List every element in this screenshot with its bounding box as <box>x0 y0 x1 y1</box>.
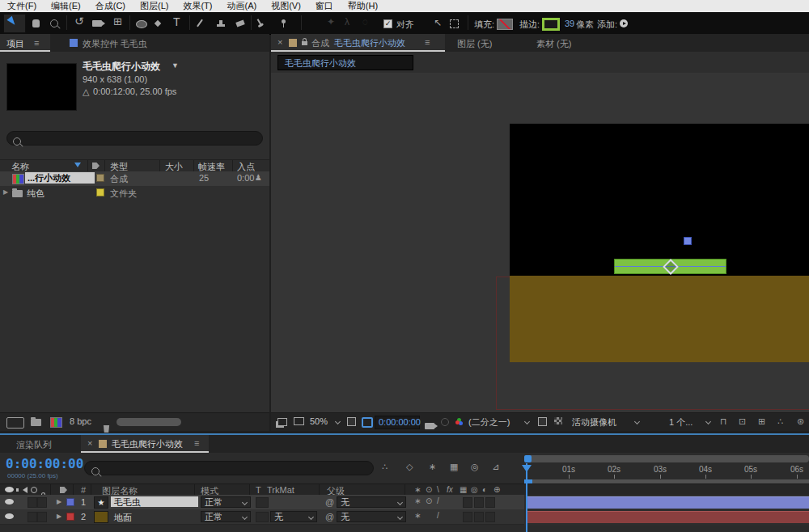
shy-switch-icon[interactable]: ∗ <box>414 496 421 505</box>
ground-layer[interactable] <box>510 276 809 362</box>
comp-thumbnail[interactable] <box>6 63 77 111</box>
stroke-width-value[interactable]: 39 <box>565 19 574 28</box>
visibility-eye-icon[interactable] <box>5 499 14 505</box>
fast-previews-icon[interactable]: ⊡ <box>739 416 746 427</box>
comp-mini-tab[interactable]: 毛毛虫爬行小动效 <box>277 55 413 70</box>
comp-timecode-box[interactable]: 0:00:00:00 <box>375 416 420 429</box>
shy-switch-icon[interactable]: ∗ <box>414 485 421 494</box>
tab-composition[interactable]: × 合成 毛毛虫爬行小动效 ≡ <box>271 34 445 52</box>
label-color-swatch[interactable] <box>96 188 104 196</box>
new-folder-icon[interactable] <box>31 419 41 426</box>
always-preview-icon[interactable] <box>277 418 287 426</box>
comp-row-name[interactable]: ...行小动效 <box>25 172 95 184</box>
shy-layers-icon[interactable]: ∗ <box>429 462 436 472</box>
pen-tool-button[interactable] <box>155 16 160 26</box>
panel-menu-icon[interactable]: ≡ <box>425 37 430 47</box>
timeline-button-icon[interactable]: ⊞ <box>758 416 765 427</box>
close-icon[interactable]: × <box>277 37 282 47</box>
project-search-input[interactable] <box>6 131 263 146</box>
label-color-swatch[interactable] <box>96 174 104 182</box>
tab-layer[interactable]: 图层 (无) <box>457 38 492 50</box>
quality-switch-icon[interactable]: \ <box>437 485 439 494</box>
playhead-head[interactable] <box>522 465 532 472</box>
timeline-search-input[interactable] <box>84 461 374 475</box>
menu-effect[interactable]: 效果(T) <box>176 0 219 12</box>
playhead-line[interactable] <box>526 463 527 532</box>
transparency-grid-icon[interactable] <box>554 417 562 424</box>
menu-window[interactable]: 窗口 <box>308 0 341 12</box>
expand-triangle-icon[interactable]: ▶ <box>3 188 8 196</box>
effects-switch-icon[interactable]: fx <box>447 485 453 494</box>
expand-triangle-icon[interactable]: ▶ <box>57 498 61 505</box>
snapshot-icon[interactable] <box>425 423 434 429</box>
fill-color-swatch[interactable] <box>497 16 513 30</box>
rotate-tool-button[interactable]: ↺ <box>74 15 84 27</box>
menu-layer[interactable]: 图层(L) <box>133 0 176 12</box>
comp-name[interactable]: 毛毛虫爬行小动效 <box>83 60 160 74</box>
motion-blur-switch-icon[interactable]: ◎ <box>471 485 478 494</box>
draft-3d-icon[interactable]: ◇ <box>406 462 413 472</box>
graph-editor-icon[interactable]: ⊿ <box>492 462 499 472</box>
navigator-handle[interactable] <box>524 455 532 462</box>
comp-name-dropdown-icon[interactable]: ▼ <box>172 61 179 70</box>
tab-render-queue[interactable]: 渲染队列 <box>16 439 52 451</box>
close-icon[interactable]: × <box>87 438 92 448</box>
layer-2-duration-bar[interactable] <box>526 511 809 523</box>
frame-blend-switch-icon[interactable]: ▦ <box>460 485 467 494</box>
selection-tool-button[interactable] <box>3 14 26 33</box>
trash-icon[interactable] <box>103 425 110 433</box>
menu-composition[interactable]: 合成(C) <box>88 0 133 12</box>
layer-name-selected[interactable]: 毛毛虫 <box>111 496 198 507</box>
column-number[interactable]: # <box>81 485 86 495</box>
expand-triangle-icon[interactable]: ▶ <box>57 513 61 520</box>
mask-visibility-icon[interactable] <box>362 417 373 428</box>
channel-icon[interactable] <box>455 420 460 424</box>
grid-guides-icon[interactable] <box>347 417 356 426</box>
camera-tool-button[interactable] <box>92 16 102 27</box>
pickwhip-icon[interactable]: @ <box>325 512 334 521</box>
menu-animation[interactable]: 动画(A) <box>220 0 265 12</box>
tab-timeline-comp[interactable]: × 毛毛虫爬行小动效 ≡ <box>81 435 209 453</box>
tab-project[interactable]: 项目 ≡ <box>0 34 50 52</box>
collapse-switch-icon[interactable]: ⊙ <box>426 496 432 505</box>
region-of-interest-icon[interactable] <box>538 417 547 426</box>
layer-label-swatch[interactable] <box>66 498 74 506</box>
timeline-timecode[interactable]: 0:00:00:00 <box>6 456 83 471</box>
visibility-eye-icon[interactable] <box>5 513 14 519</box>
menu-help[interactable]: 帮助(H) <box>341 0 385 12</box>
menu-edit[interactable]: 编辑(E) <box>44 0 88 12</box>
project-row-comp[interactable]: ...行小动效 合成 25 0:00 ♟ <box>0 171 269 186</box>
folder-row-name[interactable]: 纯色 <box>27 188 44 200</box>
shape-tool-button[interactable] <box>136 16 147 28</box>
roto-brush-tool-button[interactable] <box>259 16 260 27</box>
collapse-switch-icon[interactable]: ⊙ <box>426 485 432 494</box>
lock-icon[interactable] <box>302 41 307 45</box>
comp-mini-flowchart-icon[interactable]: ∴ <box>382 462 388 472</box>
trkmat-select[interactable]: 无 <box>270 511 317 522</box>
camera-select[interactable]: 活动摄像机 <box>572 416 616 429</box>
frame-blending-icon[interactable]: ▦ <box>450 462 458 472</box>
label-column-icon[interactable] <box>60 487 67 493</box>
type-tool-button[interactable]: T <box>173 15 180 28</box>
sort-arrow-icon[interactable] <box>74 163 81 167</box>
project-scrollbar[interactable] <box>116 418 181 426</box>
quality-switch-icon[interactable]: / <box>437 496 439 505</box>
reset-exposure-icon[interactable]: ⊛ <box>797 416 804 427</box>
layer-name[interactable]: 地面 <box>114 512 132 524</box>
new-composition-icon[interactable] <box>50 417 62 428</box>
column-trkmat[interactable]: TrkMat <box>267 485 294 495</box>
parent-select[interactable]: 无 <box>337 496 406 508</box>
adjustment-switch-icon[interactable]: ◐ <box>482 485 487 494</box>
hand-tool-button[interactable] <box>32 16 40 27</box>
threed-switch-icon[interactable]: ⊕ <box>493 485 500 494</box>
parent-select[interactable]: 无 <box>337 511 406 522</box>
time-ruler[interactable]: 01s 02s 03s 04s 05s 06s <box>524 463 809 480</box>
panel-menu-icon[interactable]: ≡ <box>194 438 199 448</box>
view-layout-select[interactable]: 1 个... <box>669 416 693 429</box>
tab-effect-controls[interactable]: 效果控件 毛毛虫 <box>83 38 147 50</box>
puppet-pin-tool-button[interactable] <box>282 16 286 23</box>
menu-file[interactable]: 文件(F) <box>0 0 44 12</box>
show-snapshot-icon[interactable] <box>441 418 449 426</box>
flowchart-icon[interactable]: ∴ <box>777 416 783 427</box>
interpret-footage-icon[interactable] <box>6 417 24 429</box>
